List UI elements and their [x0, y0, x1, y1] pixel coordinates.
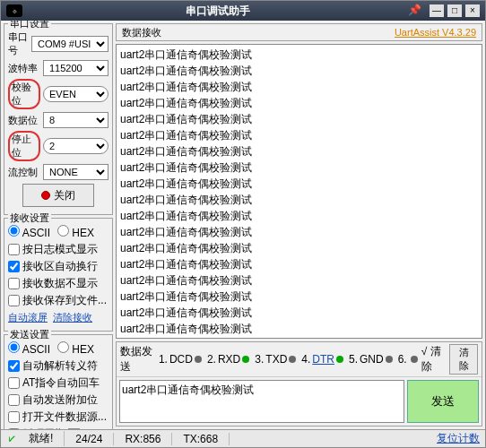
rx-header: 数据接收 UartAssist V4.3.29	[116, 23, 482, 41]
rx-line: uart2串口通信奇偶校验测试	[120, 111, 478, 127]
tx-hex-radio[interactable]	[57, 341, 69, 353]
rx-line: uart2串口通信奇偶校验测试	[120, 208, 478, 224]
rx-settings-group: 接收设置 ASCII HEX 按日志模式显示 接收区自动换行 接收数据不显示 接…	[4, 218, 113, 332]
clear-rx-link[interactable]: 清除接收	[53, 311, 92, 324]
rx-wrap-check[interactable]	[8, 261, 20, 272]
tx-cycle-check[interactable]	[8, 428, 20, 429]
parity-select[interactable]: EVEN	[43, 86, 108, 102]
tx-escape-check[interactable]	[8, 360, 20, 372]
tx-atcr-check[interactable]	[8, 377, 20, 389]
signal-txd[interactable]: 3.TXD	[255, 353, 296, 366]
auto-scroll-link[interactable]: 自动滚屏	[8, 311, 48, 324]
tx-append-check[interactable]	[8, 394, 20, 406]
rx-noshow-check[interactable]	[8, 278, 20, 289]
signal-[interactable]: 6.	[398, 353, 418, 366]
databits-select[interactable]: 8	[43, 112, 108, 128]
port-close-button[interactable]: 关闭	[22, 184, 94, 207]
clear-btn-down[interactable]: √ 清除	[421, 344, 446, 375]
rx-line: uart2串口通信奇偶校验测试	[120, 47, 478, 63]
rx-line: uart2串口通信奇偶校验测试	[120, 240, 478, 256]
rx-line: uart2串口通信奇偶校验测试	[120, 176, 478, 192]
tx-ascii-radio[interactable]	[8, 341, 20, 353]
rx-line: uart2串口通信奇偶校验测试	[120, 321, 478, 337]
rx-line: uart2串口通信奇偶校验测试	[120, 224, 478, 240]
rx-savefile-check[interactable]	[8, 295, 20, 306]
signal-gnd[interactable]: 5.GND	[349, 353, 393, 366]
app-logo-icon: ⟐	[6, 4, 22, 17]
rx-logmode-check[interactable]	[8, 244, 20, 255]
tx-settings-group: 发送设置 ASCII HEX 自动解析转义符 AT指令自动回车 自动发送附加位 …	[4, 334, 113, 429]
rx-line: uart2串口通信奇偶校验测试	[120, 272, 478, 289]
rx-line: uart2串口通信奇偶校验测试	[120, 127, 478, 143]
rx-line: uart2串口通信奇偶校验测试	[120, 79, 478, 95]
cycle-period-input[interactable]	[68, 428, 80, 429]
rx-line: uart2串口通信奇偶校验测试	[120, 63, 478, 79]
rx-line: uart2串口通信奇偶校验测试	[120, 192, 478, 208]
parity-label-circled: 校验位	[8, 79, 40, 109]
stopbits-select[interactable]: 2	[43, 138, 108, 154]
flowctrl-select[interactable]: NONE	[43, 164, 108, 180]
titlebar: ⟐ 串口调试助手 📌 — □ ×	[1, 1, 485, 21]
tx-input[interactable]	[119, 380, 404, 423]
rx-line: uart2串口通信奇偶校验测试	[120, 256, 478, 272]
clear-tx-button[interactable]: 清除	[449, 344, 478, 375]
rx-ascii-radio[interactable]	[8, 225, 20, 237]
rx-line: uart2串口通信奇偶校验测试	[120, 95, 478, 111]
signal-rxd[interactable]: 2.RXD	[207, 353, 249, 366]
maximize-button[interactable]: □	[447, 4, 462, 17]
send-button[interactable]: 发送	[407, 380, 479, 423]
pin-icon[interactable]: 📌	[408, 4, 426, 18]
stopbits-label-circled: 停止位	[8, 131, 40, 161]
rx-line: uart2串口通信奇偶校验测试	[120, 305, 478, 321]
port-settings-group: 串口设置 串口号COM9 #USI 波特率115200 校验位EVEN 数据位8…	[4, 23, 113, 215]
rx-line: uart2串口通信奇偶校验测试	[120, 143, 478, 159]
rx-text-area[interactable]: uart2串口通信奇偶校验测试uart2串口通信奇偶校验测试uart2串口通信奇…	[116, 44, 482, 339]
signal-dtr[interactable]: 4.DTR	[301, 353, 343, 366]
port-select[interactable]: COM9 #USI	[31, 36, 108, 52]
reset-count-link[interactable]: 复位计数	[437, 431, 480, 446]
tx-openfile-check[interactable]	[8, 411, 20, 423]
rx-hex-radio[interactable]	[57, 225, 69, 237]
version-link[interactable]: UartAssist V4.3.29	[395, 27, 476, 38]
tx-title: 数据发送	[120, 344, 155, 375]
minimize-button[interactable]: —	[430, 4, 444, 17]
ready-icon: 🗸	[6, 432, 18, 445]
close-window-button[interactable]: ×	[465, 4, 480, 17]
window-title: 串口调试助手	[28, 4, 408, 19]
rx-line: uart2串口通信奇偶校验测试	[120, 159, 478, 176]
red-dot-icon	[41, 191, 50, 200]
statusbar: 🗸 就绪! 24/24 RX:856 TX:668 复位计数	[1, 429, 485, 447]
rx-line: uart2串口通信奇偶校验测试	[120, 289, 478, 305]
baud-select[interactable]: 115200	[43, 60, 108, 76]
signal-dcd[interactable]: 1.DCD	[159, 353, 202, 366]
